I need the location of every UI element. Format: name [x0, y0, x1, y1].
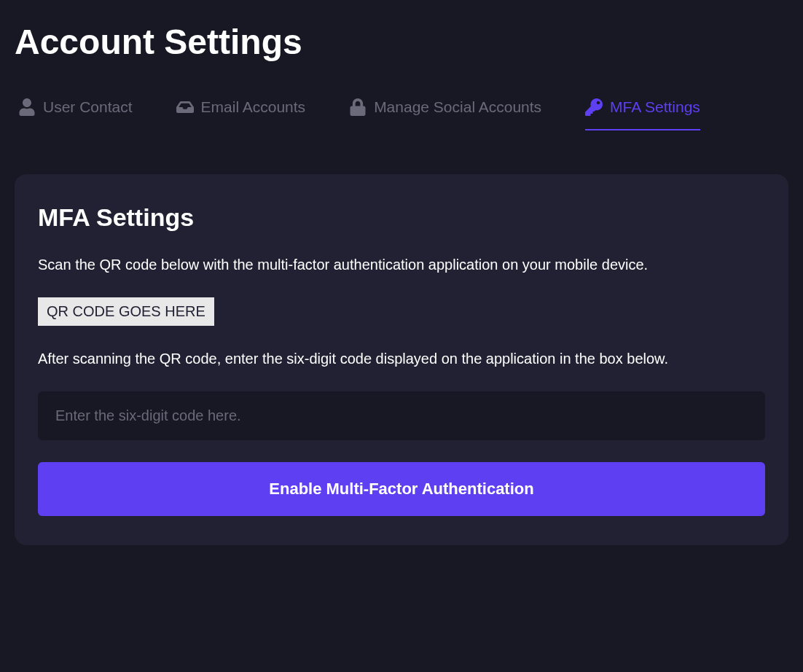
enter-code-instruction: After scanning the QR code, enter the si… — [38, 348, 765, 370]
tab-user-contact[interactable]: User Contact — [18, 98, 133, 130]
key-icon — [585, 98, 603, 116]
lock-icon — [349, 98, 367, 116]
qr-code-placeholder: QR CODE GOES HERE — [38, 297, 214, 326]
mfa-settings-card: MFA Settings Scan the QR code below with… — [15, 174, 788, 545]
tab-label: User Contact — [43, 98, 133, 116]
tab-email-accounts[interactable]: Email Accounts — [176, 98, 306, 130]
tab-label: MFA Settings — [610, 98, 700, 116]
card-title: MFA Settings — [38, 203, 765, 232]
tab-label: Email Accounts — [201, 98, 306, 116]
tab-label: Manage Social Accounts — [374, 98, 541, 116]
tab-mfa-settings[interactable]: MFA Settings — [585, 98, 700, 130]
inbox-icon — [176, 98, 194, 116]
tabs-container: User Contact Email Accounts Manage Socia… — [15, 98, 788, 130]
tab-manage-social[interactable]: Manage Social Accounts — [349, 98, 541, 130]
page-title: Account Settings — [15, 22, 788, 62]
user-icon — [18, 98, 36, 116]
enable-mfa-button[interactable]: Enable Multi-Factor Authentication — [38, 462, 765, 516]
scan-instruction: Scan the QR code below with the multi-fa… — [38, 254, 765, 276]
mfa-code-input[interactable] — [38, 391, 765, 440]
